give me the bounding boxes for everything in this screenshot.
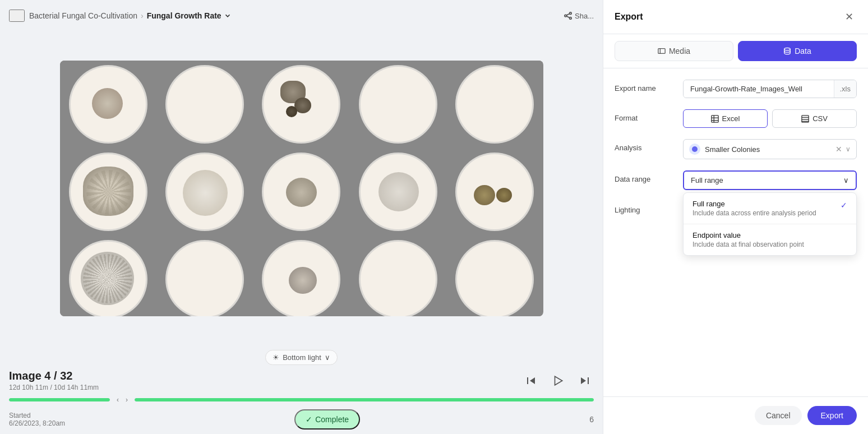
petri-dish-3 <box>262 65 340 144</box>
image-time: 12d 10h 11m / 10d 14h 11mm <box>9 384 99 391</box>
export-name-label: Export name <box>615 80 676 93</box>
play-icon <box>552 375 564 387</box>
analysis-chevron-icon[interactable]: ∨ <box>846 145 851 153</box>
share-button[interactable]: Sha... <box>564 12 594 20</box>
petri-dish-15 <box>455 240 534 316</box>
lighting-chevron-icon: ∨ <box>325 353 330 362</box>
page-number: 6 <box>589 415 594 424</box>
format-control: Excel CSV <box>683 109 857 128</box>
svg-rect-7 <box>588 377 589 384</box>
petri-dish-5 <box>455 65 534 144</box>
petri-cell-13 <box>253 236 349 316</box>
dropdown-chevron-icon: ∨ <box>843 176 849 184</box>
started-info: Started 6/26/2023, 8:20am <box>9 412 65 427</box>
form-row-data-range: Data range Full range ∨ Full range Inclu… <box>615 170 857 190</box>
petri-cell-9 <box>350 148 446 236</box>
svg-line-4 <box>566 14 569 16</box>
tab-media[interactable]: Media <box>615 41 733 61</box>
petri-dish-4 <box>359 65 437 144</box>
petri-dish-7 <box>165 153 244 231</box>
dropdown-item-endpoint[interactable]: Endpoint value Include data at final obs… <box>684 224 856 255</box>
petri-dish-8 <box>262 153 340 231</box>
close-button[interactable]: ✕ <box>841 9 857 25</box>
format-excel-button[interactable]: Excel <box>683 109 768 128</box>
petri-dish-13 <box>262 240 340 316</box>
dropdown-item-full-range[interactable]: Full range Include data across entire an… <box>684 193 856 224</box>
svg-point-10 <box>784 48 791 50</box>
export-tabs: Media Data <box>603 34 868 68</box>
breadcrumb-current: Fungal Growth Rate <box>147 11 232 20</box>
lighting-export-label: Lighting <box>615 201 676 214</box>
svg-rect-11 <box>711 115 718 122</box>
play-button[interactable] <box>549 372 567 390</box>
export-title: Export <box>615 12 643 22</box>
analysis-selector[interactable]: Smaller Colonies ✕ ∨ <box>683 139 857 159</box>
breadcrumb: Bacterial Fungal Co-Cultivation › Fungal… <box>29 11 232 20</box>
export-name-suffix: .xls <box>834 80 857 98</box>
svg-point-0 <box>570 12 572 15</box>
lighting-button[interactable]: ☀ Bottom light ∨ <box>265 350 338 365</box>
export-header: Export ✕ <box>603 0 868 34</box>
complete-button[interactable]: ✓ Complete <box>294 409 360 430</box>
format-label: Format <box>615 109 676 122</box>
data-range-menu: Full range Include data across entire an… <box>683 192 857 256</box>
progress-nav-forward-button[interactable]: › <box>123 395 130 405</box>
svg-marker-6 <box>555 376 562 385</box>
petri-dish-2 <box>165 65 244 144</box>
petri-cell-14 <box>350 236 446 316</box>
progress-nav-back-button[interactable]: ‹ <box>114 395 121 405</box>
form-row-format: Format Excel <box>615 109 857 128</box>
data-range-dropdown[interactable]: Full range ∨ <box>683 170 857 190</box>
data-range-label: Data range <box>615 170 676 183</box>
export-button[interactable]: Export <box>807 406 857 425</box>
export-footer: Cancel Export <box>603 396 868 434</box>
chevron-down-icon <box>224 12 232 20</box>
format-csv-button[interactable]: CSV <box>772 109 857 128</box>
export-panel: Export ✕ Media Data Export name .xls <box>603 0 868 434</box>
progress-track[interactable] <box>9 398 110 401</box>
playback-controls <box>522 372 594 390</box>
petri-cell-1 <box>60 61 156 148</box>
progress-fill-main <box>135 398 594 401</box>
started-label: Started <box>9 412 65 419</box>
sun-icon: ☀ <box>273 353 279 362</box>
skip-back-icon <box>525 375 537 386</box>
skip-back-button[interactable] <box>522 372 540 390</box>
petri-cell-6 <box>60 148 156 236</box>
analysis-clear-icon[interactable]: ✕ <box>835 145 842 154</box>
petri-cell-12 <box>156 236 253 316</box>
image-meta: Image 4 / 32 12d 10h 11m / 10d 14h 11mm <box>9 370 99 391</box>
tab-data[interactable]: Data <box>738 41 857 61</box>
analysis-actions: ✕ ∨ <box>835 145 851 154</box>
close-icon: ✕ <box>845 11 853 23</box>
analysis-icon <box>689 144 700 155</box>
data-icon <box>783 47 791 55</box>
full-range-check-icon: ✓ <box>841 201 847 210</box>
analysis-control: Smaller Colonies ✕ ∨ <box>683 139 857 159</box>
petri-grid <box>60 61 543 316</box>
skip-forward-button[interactable] <box>576 372 594 390</box>
petri-dish-14 <box>359 240 437 316</box>
petri-cell-10 <box>446 148 543 236</box>
petri-dish-6 <box>69 153 147 231</box>
export-name-control: .xls <box>683 80 857 98</box>
petri-dish-11 <box>69 240 147 316</box>
image-info-row: Image 4 / 32 12d 10h 11m / 10d 14h 11mm <box>9 370 594 391</box>
cancel-button[interactable]: Cancel <box>755 406 802 425</box>
nav-toggle-button[interactable] <box>9 10 25 22</box>
bottom-controls: ☀ Bottom light ∨ Image 4 / 32 12d 10h 11… <box>0 345 603 434</box>
petri-cell-4 <box>350 61 446 148</box>
svg-point-19 <box>692 146 698 152</box>
export-name-input[interactable] <box>684 80 834 98</box>
form-row-analysis: Analysis Smaller Colonies ✕ ∨ <box>615 139 857 159</box>
svg-line-3 <box>566 16 569 18</box>
top-nav: Bacterial Fungal Co-Cultivation › Fungal… <box>0 0 603 31</box>
petri-cell-15 <box>446 236 543 316</box>
skip-forward-icon <box>579 375 590 386</box>
bottom-row: Started 6/26/2023, 8:20am ✓ Complete 6 <box>9 409 594 430</box>
breadcrumb-separator: › <box>141 11 144 20</box>
progress-track-main[interactable] <box>135 398 594 401</box>
form-row-export-name: Export name .xls <box>615 80 857 98</box>
progress-fill <box>9 398 110 401</box>
started-date: 6/26/2023, 8:20am <box>9 419 65 427</box>
